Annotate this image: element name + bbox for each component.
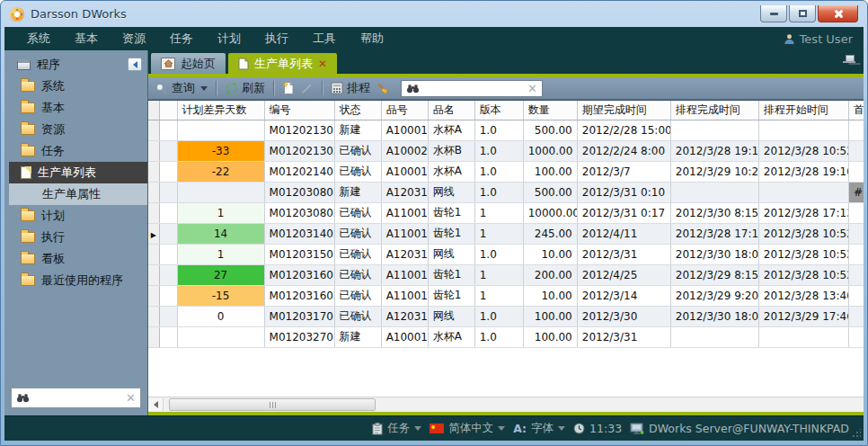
menu-item[interactable]: 执行 xyxy=(265,31,288,47)
cell-pn[interactable]: A11001 xyxy=(381,285,428,306)
menu-item[interactable]: 任务 xyxy=(170,31,193,47)
blank-cell[interactable] xyxy=(159,223,177,244)
cell-sched_start[interactable] xyxy=(758,182,848,202)
cell-pn[interactable]: A12031 xyxy=(381,244,428,264)
row-indicator[interactable] xyxy=(148,285,159,306)
cell-sched_start[interactable]: 2012/3/29 17:46 xyxy=(758,306,848,326)
row-indicator[interactable] xyxy=(148,306,159,326)
menu-item[interactable]: 计划 xyxy=(217,31,241,47)
sidebar-item[interactable]: 执行 xyxy=(9,227,147,248)
cell-qty[interactable]: 245.00 xyxy=(523,223,577,244)
table-row[interactable]: M012032701新建A10001水杯A1.0100.002012/3/31 xyxy=(148,326,864,347)
cell-diff[interactable]: -22 xyxy=(177,161,264,182)
blank-cell[interactable] xyxy=(159,140,177,161)
table-row[interactable]: -15M012031602已确认A11001齿轮1110.002012/3/14… xyxy=(148,285,864,306)
cell-diff[interactable]: 1 xyxy=(177,202,264,223)
sidebar-item[interactable]: 任务 xyxy=(9,140,147,162)
cell-name[interactable]: 水杯A xyxy=(428,161,474,182)
cell-ver[interactable]: 1.0 xyxy=(474,161,523,182)
cell-sched_start[interactable] xyxy=(758,120,848,140)
cell-no[interactable]: M012031701 xyxy=(264,306,334,326)
cell-status[interactable]: 新建 xyxy=(334,182,381,202)
cell-expect[interactable]: 2012/3/31 xyxy=(577,326,670,347)
cell-no[interactable]: M012032701 xyxy=(264,326,334,347)
statusbar-server[interactable]: DWorks Server@FUNWAY-THINKPAD xyxy=(630,422,849,435)
cell-qty[interactable]: 10.00 xyxy=(523,244,577,264)
edit-button[interactable] xyxy=(300,82,314,95)
cell-expect[interactable]: 2012/3/31 xyxy=(577,244,670,264)
sidebar-item[interactable]: 看板 xyxy=(9,248,147,270)
cell-expect[interactable]: 2012/3/31 0:17 xyxy=(577,202,670,223)
cell-ver[interactable]: 1.0 xyxy=(474,244,523,264)
cell-no[interactable]: M012030801 xyxy=(264,182,334,202)
cell-no[interactable]: M012030802 xyxy=(264,202,334,223)
cell-ver[interactable]: 1 xyxy=(474,285,523,306)
cell-name[interactable]: 水杯A xyxy=(428,120,474,140)
horizontal-scrollbar[interactable] xyxy=(148,397,864,412)
table-row[interactable]: M012030801新建A12031网线1.0500.002012/3/31 0… xyxy=(148,182,864,202)
pin-icon[interactable] xyxy=(843,55,855,66)
sidebar-item[interactable]: 系统 xyxy=(9,76,147,97)
menu-item[interactable]: 基本 xyxy=(75,31,98,47)
menu-item[interactable]: 工具 xyxy=(313,31,336,47)
cell-status[interactable]: 已确认 xyxy=(334,306,381,326)
cell-no[interactable]: M012031602 xyxy=(264,285,334,306)
clear-filter-icon[interactable]: ✕ xyxy=(527,83,537,94)
table-filter-input[interactable] xyxy=(423,82,524,94)
cell-sched_end[interactable] xyxy=(670,326,758,347)
cell-ver[interactable]: 1 xyxy=(474,264,523,285)
cell-ver[interactable]: 1.0 xyxy=(474,120,523,140)
cell-tail[interactable] xyxy=(848,140,864,161)
cell-expect[interactable]: 2012/3/14 xyxy=(577,285,670,306)
cell-name[interactable]: 水杯A xyxy=(428,326,474,347)
cell-no[interactable]: M012031601 xyxy=(264,264,334,285)
cell-sched_end[interactable]: 2012/3/29 10:20 xyxy=(670,161,758,182)
cell-qty[interactable]: 500.00 xyxy=(523,182,577,202)
cell-tail[interactable] xyxy=(848,285,864,306)
cell-sched_start[interactable]: 2012/3/28 10:52 xyxy=(758,140,848,161)
cell-status[interactable]: 新建 xyxy=(334,326,381,347)
cell-qty[interactable]: 100.00 xyxy=(523,161,577,182)
cell-status[interactable]: 已确认 xyxy=(334,202,381,223)
row-indicator[interactable] xyxy=(148,244,159,264)
cell-tail[interactable] xyxy=(848,202,864,223)
cell-status[interactable]: 已确认 xyxy=(334,161,381,182)
cell-pn[interactable]: A11001 xyxy=(381,202,428,223)
sidebar-item[interactable]: 基本 xyxy=(9,97,147,119)
table-row[interactable]: 1M012031501已确认A12031网线1.010.002012/3/312… xyxy=(148,244,864,264)
table-row[interactable]: -22M012021401已确认A10001水杯A1.0100.002012/3… xyxy=(148,161,864,182)
maximize-button[interactable] xyxy=(789,5,816,22)
cell-sched_start[interactable]: 2012/3/28 10:52 xyxy=(758,223,848,244)
cell-sched_start[interactable] xyxy=(758,326,848,347)
cell-expect[interactable]: 2012/4/11 xyxy=(577,223,670,244)
column-header[interactable]: 期望完成时间 xyxy=(577,101,670,120)
blank-cell[interactable] xyxy=(159,202,177,223)
query-dropdown-icon[interactable] xyxy=(200,86,208,94)
sidebar-item[interactable]: 最近使用的程序 xyxy=(9,270,147,291)
sidebar-item[interactable]: 计划 xyxy=(9,205,147,227)
cell-ver[interactable]: 1.0 xyxy=(474,140,523,161)
blank-cell[interactable] xyxy=(159,306,177,326)
current-row-indicator[interactable] xyxy=(148,223,159,244)
column-header[interactable]: 品号 xyxy=(381,101,428,120)
scroll-left-icon[interactable] xyxy=(149,398,164,411)
cell-status[interactable]: 已确认 xyxy=(334,140,381,161)
table-row[interactable]: 1M012030802已确认A11001齿轮1110000.002012/3/3… xyxy=(148,202,864,223)
cell-name[interactable]: 齿轮1 xyxy=(428,223,474,244)
cell-expect[interactable]: 2012/2/28 15:00 xyxy=(577,120,670,140)
blank-cell[interactable] xyxy=(159,264,177,285)
cell-sched_end[interactable]: 2012/3/29 9:20 xyxy=(670,285,758,306)
blank-cell[interactable] xyxy=(159,326,177,347)
cell-sched_end[interactable]: 2012/3/28 19:10 xyxy=(670,140,758,161)
table-row[interactable]: -33M012021302已确认A10002水杯B1.01000.002012/… xyxy=(148,140,864,161)
cell-status[interactable]: 已确认 xyxy=(334,223,381,244)
cell-pn[interactable]: A12031 xyxy=(381,182,428,202)
tab-close-icon[interactable]: ✕ xyxy=(318,58,327,69)
cell-no[interactable]: M012021401 xyxy=(264,161,334,182)
blank-cell[interactable] xyxy=(159,285,177,306)
cell-pn[interactable]: A10001 xyxy=(381,326,428,347)
row-indicator[interactable] xyxy=(148,182,159,202)
cell-diff[interactable] xyxy=(177,182,264,202)
blank-cell[interactable] xyxy=(159,120,177,140)
column-header[interactable]: 版本 xyxy=(474,101,523,120)
